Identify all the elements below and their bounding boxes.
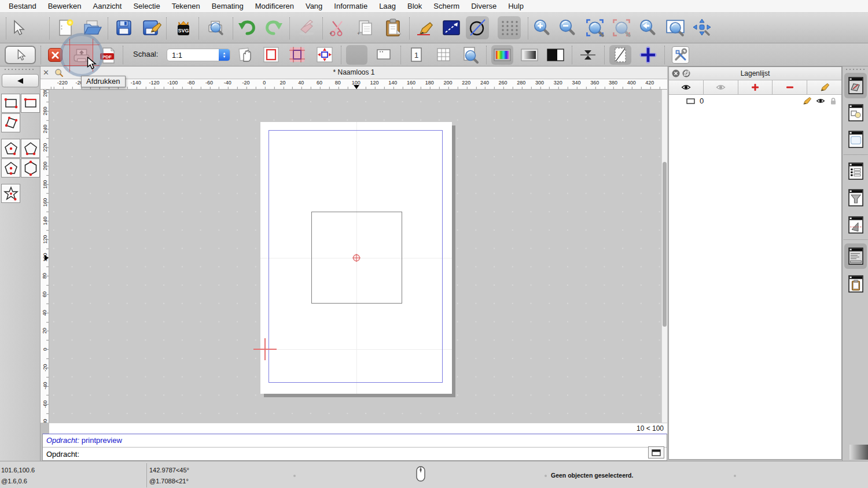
menu-item[interactable]: Bemating <box>206 2 249 10</box>
freehand-pen-icon[interactable] <box>413 16 436 39</box>
menu-item[interactable]: Bewerken <box>42 2 87 10</box>
copy-icon[interactable]: + <box>354 16 377 39</box>
strip-separator <box>844 239 867 240</box>
show-all-button[interactable] <box>669 80 704 94</box>
portrait-page-button[interactable] <box>346 45 367 65</box>
hexagon-tool[interactable] <box>21 158 40 178</box>
zoom-extents-icon[interactable] <box>583 16 606 39</box>
menu-item[interactable]: Aanzicht <box>87 2 128 10</box>
open-file-icon[interactable] <box>81 16 104 39</box>
menu-item[interactable]: Scherm <box>428 2 465 10</box>
rotated-rectangle-tool[interactable] <box>1 113 20 132</box>
snap-grid-icon[interactable] <box>498 16 521 39</box>
single-page-button[interactable]: 1 <box>409 47 424 63</box>
menu-item[interactable]: Vang <box>300 2 328 10</box>
menu-item[interactable]: Laag <box>373 2 402 10</box>
menu-item[interactable]: Hulp <box>502 2 529 10</box>
fit-page-button[interactable] <box>317 47 333 62</box>
menu-item[interactable]: Bestand <box>3 2 42 10</box>
save-as-icon[interactable] <box>140 16 163 39</box>
cut-icon[interactable]: + <box>326 16 349 39</box>
print-preview-icon[interactable] <box>204 16 227 39</box>
command-console[interactable]: Opdracht: printpreview Opdracht: <box>42 434 667 461</box>
paste-icon[interactable] <box>381 16 404 39</box>
hide-all-button[interactable] <box>704 80 738 94</box>
console-window-button[interactable] <box>648 446 664 459</box>
active-tool-arrow[interactable] <box>5 46 36 64</box>
command-input-row[interactable]: Opdracht: <box>43 448 667 461</box>
star-tool[interactable] <box>1 184 20 203</box>
pan-view-icon[interactable] <box>690 16 713 39</box>
grayscale-mode-button[interactable] <box>521 49 538 61</box>
remove-layer-button[interactable] <box>773 80 807 94</box>
extrude-palette-icon[interactable] <box>843 212 868 238</box>
frame-palette-icon[interactable] <box>843 126 868 153</box>
menu-item[interactable]: Tekenen <box>166 2 206 10</box>
multi-page-button[interactable] <box>436 47 451 62</box>
bw-mode-button[interactable] <box>547 49 564 61</box>
layer-row[interactable]: 0 <box>669 95 841 107</box>
clipboard-palette-icon[interactable] <box>843 271 868 297</box>
circle-line-icon[interactable] <box>466 16 489 39</box>
page-outline-button[interactable] <box>263 47 279 62</box>
export-pdf-button[interactable]: PDF <box>98 46 117 65</box>
pan-hand-button[interactable] <box>237 46 255 64</box>
ruler-label: 0 <box>255 80 274 86</box>
drawing-canvas[interactable] <box>49 90 661 423</box>
polygon-center-edge-tool[interactable] <box>1 158 20 178</box>
resize-grip[interactable] <box>849 445 868 460</box>
zoom-out-icon[interactable] <box>556 16 579 39</box>
polygon-center-vertex-tool[interactable] <box>1 139 20 158</box>
layers-palette-icon[interactable] <box>843 72 868 99</box>
rectangle-width-tool[interactable] <box>21 94 40 113</box>
mouse-status-icon <box>415 466 426 482</box>
stepper-icon[interactable]: ▲▼ <box>219 49 230 61</box>
zoom-previous-icon[interactable] <box>637 16 660 39</box>
scale-dropdown[interactable]: 1:1 ▲▼ <box>167 49 230 61</box>
back-button[interactable] <box>2 74 39 87</box>
undo-icon[interactable] <box>236 16 259 39</box>
strip-drag-handle[interactable] <box>846 69 865 70</box>
add-layer-button[interactable] <box>738 80 773 94</box>
scrollbar-thumb[interactable] <box>663 162 667 327</box>
layer-visible-icon[interactable] <box>816 98 825 104</box>
zoom-selection-icon[interactable] <box>610 16 633 39</box>
menu-item[interactable]: Blok <box>402 2 428 10</box>
draft-mode-button[interactable] <box>609 45 631 65</box>
rectangle-2-corners-tool[interactable] <box>1 94 20 113</box>
layer-edit-icon[interactable] <box>803 97 811 105</box>
properties-palette-icon[interactable] <box>843 99 868 126</box>
panel-header[interactable]: Lagenlijst <box>669 67 841 80</box>
redo-icon[interactable] <box>262 16 285 39</box>
preferences-button[interactable] <box>672 46 689 64</box>
menu-item[interactable]: Informatie <box>328 2 373 10</box>
polygon-edge-tool[interactable] <box>21 139 40 158</box>
zoom-in-icon[interactable] <box>531 16 554 39</box>
print-area-button[interactable] <box>289 47 305 62</box>
close-preview-button[interactable] <box>48 48 62 62</box>
landscape-page-button[interactable] <box>375 47 392 62</box>
palette-drag-handle[interactable] <box>5 69 35 70</box>
flatten-button[interactable] <box>579 47 597 63</box>
menu-item[interactable]: Diverse <box>465 2 502 10</box>
selection-tool-icon[interactable] <box>6 16 29 39</box>
list-palette-icon[interactable] <box>843 158 868 184</box>
save-icon[interactable] <box>112 16 135 39</box>
add-button[interactable] <box>639 46 657 64</box>
export-svg-icon[interactable]: SVG <box>172 16 195 39</box>
command-palette-icon[interactable] <box>843 243 868 269</box>
line-style-icon[interactable] <box>440 16 463 39</box>
history-command: printpreview <box>82 436 122 445</box>
ruler-label: 320 <box>549 80 567 86</box>
zoom-page-button[interactable] <box>461 46 479 64</box>
vertical-scrollbar[interactable] <box>661 90 667 423</box>
eraser-icon[interactable] <box>295 16 318 39</box>
edit-layer-button[interactable] <box>807 80 841 94</box>
filter-palette-icon[interactable] <box>843 184 868 211</box>
layer-lock-icon[interactable] <box>830 97 837 105</box>
color-mode-button[interactable] <box>491 45 513 65</box>
menu-item[interactable]: Selectie <box>127 2 165 10</box>
menu-item[interactable]: Modificeren <box>249 2 300 10</box>
new-document-icon[interactable] <box>54 16 77 39</box>
zoom-window-icon[interactable] <box>664 16 687 39</box>
